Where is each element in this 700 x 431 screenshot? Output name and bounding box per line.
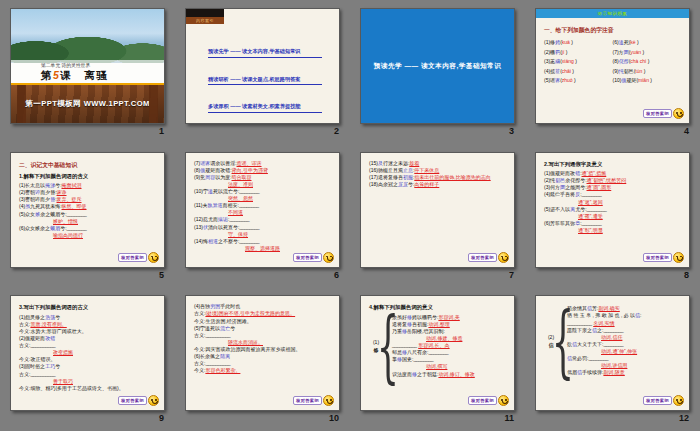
text-seg: 动词,修建、修造 <box>426 335 462 341</box>
smiley-face-icon <box>673 108 684 119</box>
text-line: 古义:__________ <box>194 332 331 339</box>
text-seg: 动词,讲信用 <box>601 362 627 368</box>
slide-thumbnail-1[interactable]: 第二单元 诗的灵性世界第5课 离骚第一PPT模板网 WWW.1PPT.COM <box>10 8 165 124</box>
text-seg: 规矩( <box>626 77 638 83</box>
text-seg: 动词,整理 <box>428 321 449 327</box>
answer-reveal-badge[interactable]: 核对答案吧 <box>118 252 159 263</box>
text-seg: 牺 牲 玉 帛 , 弗 敢 加 也 , 必 以 <box>567 312 635 318</box>
text-seg: 指未出仕前的服饰,比喻原先的志向 <box>414 174 490 180</box>
text-seg: ) <box>642 68 645 74</box>
text-seg: 荒唐,没有准则。 <box>30 321 66 327</box>
answer-reveal-badge[interactable]: 核对答案吧 <box>293 395 334 406</box>
answer-badge-label: 核对答案吧 <box>643 396 672 405</box>
text-line: 喻指高尚德行 <box>19 232 156 239</box>
slide-thumbnail-12[interactable]: (2)信{苟余情其信芳:副词,确实牺 牲 玉 帛 , 弗 敢 加 也 , 必 以… <box>535 295 690 411</box>
text-seg: 孰异道 <box>208 202 223 208</box>
text-seg: ________ <box>582 220 602 226</box>
text-line: (2)鞿羁(jī ) <box>544 48 613 58</box>
text-seg: (13) <box>194 224 203 230</box>
text-line: 通“彰”,明显 <box>544 227 681 234</box>
slide-thumbnail-4[interactable]: 语言知识积累一、给下列加颜色的字注音(1)修姱(kuā )(2)鞿羁(jī )(… <box>535 8 690 124</box>
text-seg: 周容 <box>205 174 215 180</box>
slide-thumbnail-5[interactable]: 二、识记文中基础知识1.解释下列加颜色词语的含义(1)长太息以掩涕兮:掩面拭泪(… <box>10 152 165 268</box>
text-seg: chǎi <box>562 68 571 74</box>
text-seg: 以为度: <box>215 174 231 180</box>
answer-reveal-badge[interactable]: 核对答案吧 <box>643 252 684 263</box>
boardwalk-photo: 第一PPT模板网 WWW.1PPT.COM <box>11 85 164 123</box>
text-seg: xiāng <box>562 58 574 64</box>
text-seg: ________ <box>229 216 249 222</box>
text-seg: 嫉妒、憎恨 <box>53 218 78 224</box>
answer-reveal-badge[interactable]: 核对答案吧 <box>468 395 509 406</box>
text-seg: 之能周兮: <box>565 184 586 190</box>
text-seg: 余侘傺兮: <box>565 177 586 183</box>
text-seg: 动词,信任 <box>601 334 622 340</box>
slide-thumbnail-11[interactable]: 4.解释下列加颜色词的意义(1)修{余虽好修姱以鞿羁兮:形容词,美退将复修吾初服… <box>360 295 515 411</box>
text-line: (1)长太息以掩涕兮:掩面拭泪 <box>19 182 156 189</box>
corner-thumbnail: 内容索引 <box>186 9 224 24</box>
text-line: 今义:形容色彩繁杂。 <box>194 367 331 374</box>
text-line: 议法度而修之于朝廷:动词,修订、修改 <box>392 371 506 378</box>
answer-badge-label: 核对答案吧 <box>118 396 147 405</box>
text-seg: ) <box>574 58 577 64</box>
text-line: 信赏必罚:________ <box>567 355 681 362</box>
answer-reveal-badge[interactable]: 核对答案吧 <box>118 395 159 406</box>
answer-reveal-badge[interactable]: 核对答案吧 <box>293 252 334 263</box>
slide-thumbnail-2[interactable]: 内容索引预读先学 —— 读文本内容,学基础知常识精读研析 —— 读课文题点,析思… <box>185 8 340 124</box>
text-line: (4)揽茝(chǎi ) <box>544 67 613 77</box>
text-seg: ________ <box>413 356 433 362</box>
text-seg: 止息 <box>403 167 413 173</box>
text-line: 苟余情其信芳:副词,确实 <box>567 305 681 312</box>
text-seg: 守、保持 <box>228 231 248 237</box>
text-line: (5)宁溘死以流亡兮 <box>194 325 331 332</box>
slide-thumbnail-9[interactable]: 3.写出下列加颜色词语的古义(1)怨灵修之浩荡兮古义:荒唐,没有准则。今义:水势… <box>10 295 165 411</box>
slide-number: 4 <box>684 126 689 136</box>
text-seg: (4)吾独 <box>194 303 210 309</box>
lesson-title-seg: 课 离骚 <box>60 69 108 81</box>
answer-reveal-badge[interactable]: 核对答案吧 <box>643 395 684 406</box>
text-seg: ________ <box>582 191 602 197</box>
slide-thumbnail-8[interactable]: 2.写出下列通假字及意义(1)偭规矩而改错:通“措”,措施(2)忳郁邑余侘傺兮:… <box>535 152 690 268</box>
text-seg: ________ <box>239 238 259 244</box>
smiley-face-icon <box>673 395 684 406</box>
text-seg: 九死其犹未悔: <box>30 203 61 209</box>
text-seg: (12)忍尤而 <box>194 216 218 222</box>
text-line: (4)延伫乎吾将反:________ <box>544 191 681 198</box>
answer-reveal-badge[interactable]: 核对答案吧 <box>643 108 684 119</box>
text-seg: 改变措施 <box>53 349 73 355</box>
text-seg: 不同道 <box>228 209 243 215</box>
text-line: (6)众女嫉余之蛾眉兮:________ <box>19 225 156 232</box>
slide-cell-8: 2.写出下列通假字及意义(1)偭规矩而改错:通“措”,措施(2)忳郁邑余侘傺兮:… <box>525 144 700 288</box>
slide-content: (7)谣诼谓余以善淫:造谣、诽谤(8)偭规矩而改错:背向,引申为违背(9)竞周容… <box>186 153 339 267</box>
slide-header-bar: 语言知识积累 <box>536 9 689 18</box>
slide-number: 9 <box>159 413 164 423</box>
text-seg: 造谣、诽谤 <box>237 160 262 166</box>
smiley-face-icon <box>498 395 509 406</box>
text-seg: (6)芳菲菲其弥 <box>544 220 575 226</box>
text-line: (5)谣诼(zhuó ) <box>544 76 613 86</box>
slide-cell-12: (2)信{苟余情其信芳:副词,确实牺 牲 玉 帛 , 弗 敢 加 也 , 必 以… <box>525 287 700 431</box>
toc-list: 预读先学 —— 读文本内容,学基础知常识精读研析 —— 读课文题点,析思路明答案… <box>186 9 339 122</box>
text-seg: __________ <box>205 332 230 338</box>
text-line: 牺 牲 玉 帛 , 弗 敢 加 也 , 必 以信: <box>567 312 681 319</box>
slide-subtitle: 3.写出下列加颜色词语的古义 <box>19 304 156 311</box>
answer-reveal-badge[interactable]: 核对答案吧 <box>468 252 509 263</box>
text-seg: 水势大;形容广阔或壮大。 <box>30 328 86 334</box>
slide-thumbnail-7[interactable]: (15)及行迷之未远:趁着(16)驰椒丘且焉止息:停下来休息(17)退将复修吾初… <box>360 152 515 268</box>
text-seg: 背向,引申为违背 <box>232 167 268 173</box>
text-seg: 兮 <box>55 314 60 320</box>
text-seg: 行迷之未远: <box>383 160 409 166</box>
slide-number: 12 <box>679 413 689 423</box>
slide-header-label: 语言知识积累 <box>598 11 627 16</box>
text-line: (12)忍尤而攘诟:________ <box>194 216 331 223</box>
text-seg: 今义: <box>19 356 30 362</box>
toc-row: 多读厚积 —— 读素材美文,积素养提技能 <box>208 94 339 122</box>
text-line: 乃重修岳阳楼,增其旧制: <box>392 328 506 335</box>
slide-thumbnail-3[interactable]: 预读先学 —— 读文本内容,学基础知常识 <box>360 8 515 124</box>
slide-thumbnail-6[interactable]: (7)谣诼谓余以善淫:造谣、诽谤(8)偭规矩而改错:背向,引申为违背(9)竞周容… <box>185 152 340 268</box>
text-seg: 尤兮: <box>575 206 586 212</box>
slide-thumbnail-10[interactable]: (4)吾独穷困乎此时也古义:(处境)困窘不堪,引申为走投无路的意思。今义:生活贫… <box>185 295 340 411</box>
text-seg: ________ <box>588 355 608 361</box>
text-seg: (2)偭规矩而 <box>19 335 45 341</box>
text-seg: 随流水而消逝。 <box>228 339 263 345</box>
